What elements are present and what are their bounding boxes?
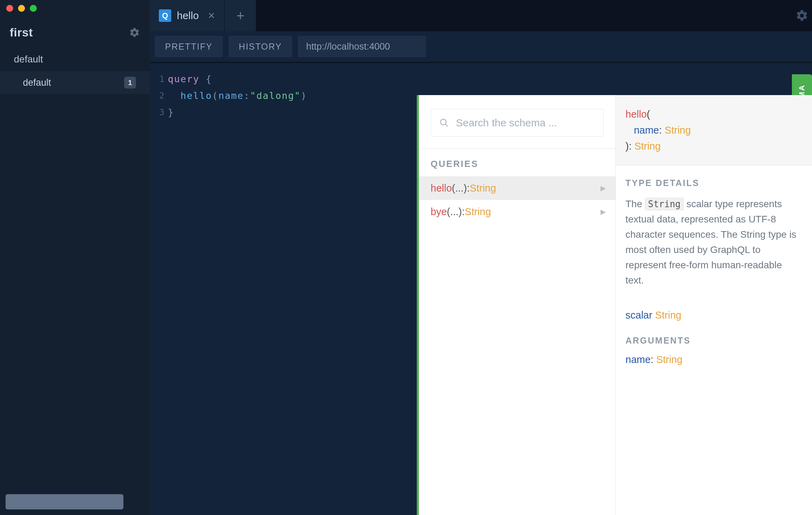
code-area[interactable]: query { hello(name:"dalong") } <box>168 63 307 515</box>
code-line: hello(name:"dalong") <box>168 87 307 104</box>
line-number: 3 <box>150 104 168 121</box>
history-item-label: default <box>23 77 51 88</box>
tab-active[interactable]: Q hello ✕ <box>150 0 225 31</box>
argument-row: name: String <box>616 351 812 369</box>
code-line: query { <box>168 71 307 87</box>
project-item[interactable]: default <box>0 48 150 71</box>
chevron-right-icon: ▶ <box>601 208 606 216</box>
tabs-row: Q hello ✕ + <box>150 0 812 31</box>
sidebar: first default default 1 <box>0 0 150 515</box>
minimize-window-icon[interactable] <box>18 5 25 12</box>
schema-search-input[interactable]: Search the schema ... <box>431 109 604 137</box>
svg-point-0 <box>441 119 446 125</box>
window-controls <box>0 0 150 15</box>
sidebar-history-item[interactable]: default 1 <box>0 71 150 94</box>
arguments-title: ARGUMENTS <box>616 324 812 351</box>
app-settings-button[interactable] <box>795 9 809 22</box>
workspace-title: first <box>10 26 33 39</box>
schema-search-wrap: Search the schema ... <box>419 95 615 149</box>
endpoint-input[interactable]: http://localhost:4000 <box>298 36 426 57</box>
svg-line-1 <box>446 124 448 127</box>
workspace-header: first <box>0 15 150 48</box>
history-count-badge: 1 <box>124 77 136 88</box>
chevron-right-icon: ▶ <box>601 184 606 192</box>
scalar-definition: scalar String <box>616 294 812 324</box>
endpoint-value: http://localhost:4000 <box>306 41 390 52</box>
line-number: 2 <box>150 87 168 104</box>
gear-icon <box>129 27 140 38</box>
query-badge-icon: Q <box>159 9 171 22</box>
schema-row-bye[interactable]: bye(...): String ▶ <box>419 200 615 223</box>
schema-list-pane: Search the schema ... QUERIES hello(...)… <box>419 95 615 515</box>
schema-panel: Search the schema ... QUERIES hello(...)… <box>417 95 812 515</box>
close-window-icon[interactable] <box>6 5 13 12</box>
field-signature: hello( name: String ): String <box>616 95 812 166</box>
history-button[interactable]: HISTORY <box>228 36 292 57</box>
type-details-title: TYPE DETAILS <box>625 178 802 188</box>
prettify-button[interactable]: PRETTIFY <box>155 36 223 57</box>
line-number: 1 <box>150 71 168 87</box>
type-details-text: The String scalar type represents textua… <box>625 196 802 288</box>
sidebar-bottom <box>0 489 150 515</box>
new-workspace-button[interactable] <box>6 494 123 509</box>
toolbar: PRETTIFY HISTORY http://localhost:4000 <box>150 31 812 63</box>
schema-search-placeholder: Search the schema ... <box>456 117 557 129</box>
code-line: } <box>168 104 307 121</box>
line-number-gutter: 1 2 3 <box>150 63 168 515</box>
type-details-section: TYPE DETAILS The String scalar type repr… <box>616 166 812 294</box>
main-area: Q hello ✕ + PRETTIFY HISTORY http://loca… <box>150 0 812 515</box>
close-icon[interactable]: ✕ <box>208 10 215 21</box>
gear-icon <box>795 9 809 22</box>
schema-row-hello[interactable]: hello(...): String ▶ <box>419 176 615 200</box>
editor[interactable]: 1 2 3 query { hello(name:"dalong") } SCH… <box>150 63 812 515</box>
schema-section-title: QUERIES <box>419 149 615 176</box>
maximize-window-icon[interactable] <box>30 5 37 12</box>
add-tab-button[interactable]: + <box>225 0 256 31</box>
tab-label: hello <box>177 10 199 22</box>
schema-detail-pane: hello( name: String ): String TYPE DETAI… <box>615 95 812 515</box>
workspace-settings-button[interactable] <box>129 27 140 38</box>
search-icon <box>439 118 449 128</box>
